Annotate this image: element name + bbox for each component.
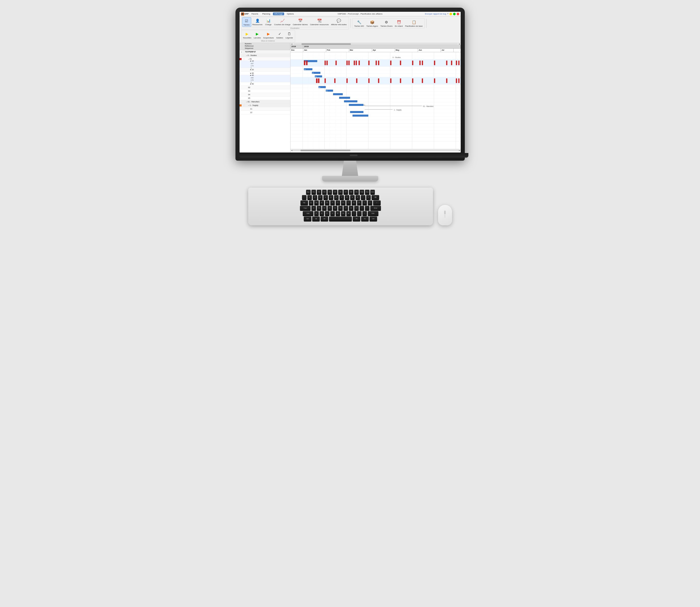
help-icon[interactable]: ? — [447, 13, 448, 15]
key-i[interactable]: I — [346, 201, 351, 205]
courbes-button[interactable]: 📈 Courbes de charge — [273, 17, 292, 27]
expand-20[interactable]: ▸ — [250, 68, 251, 71]
maximize-button[interactable] — [453, 13, 456, 15]
key-q[interactable]: Q — [309, 201, 314, 205]
key-f[interactable]: F — [327, 206, 332, 210]
task-05[interactable]: 05 — [244, 97, 290, 99]
key-u[interactable]: U — [341, 201, 345, 205]
task-04[interactable]: 04 — [244, 93, 290, 96]
close-button[interactable] — [457, 13, 459, 15]
key-v[interactable]: V — [330, 211, 335, 216]
key-t[interactable]: T — [330, 201, 335, 205]
key-k[interactable]: K — [349, 206, 354, 210]
key-f8[interactable]: F8 — [349, 190, 354, 194]
expand-supply[interactable]: – — [248, 104, 249, 106]
key-a[interactable]: A — [312, 206, 316, 210]
expand-50[interactable]: ▸ — [250, 83, 251, 85]
key-y[interactable]: Y — [336, 201, 340, 205]
key-tab[interactable]: Tab — [300, 201, 308, 205]
erp-label[interactable]: ERP — [245, 13, 249, 15]
task-02[interactable]: 02 — [244, 86, 290, 89]
key-f9[interactable]: F9 — [354, 190, 359, 194]
legende-button[interactable]: 🗒 Légende — [285, 30, 294, 40]
key-lwin[interactable]: ⊞ — [312, 216, 320, 221]
gantt-bottom-scrollbar[interactable]: ◀ ▶ — [291, 149, 461, 151]
task-50[interactable]: ▸ 50 — [244, 83, 290, 85]
gantt-top-scrollbar[interactable]: ◀ ▶ — [291, 43, 461, 45]
bug-report-link[interactable]: Envoyer rapport de bug — [425, 13, 446, 15]
key-5[interactable]: 5 — [329, 195, 333, 200]
key-x[interactable]: X — [320, 211, 324, 216]
prev-btn[interactable]: ◀ — [291, 43, 292, 45]
scroll-left-btn[interactable]: ◀ — [291, 149, 292, 151]
key-6[interactable]: 6 — [334, 195, 339, 200]
key-e[interactable]: E — [320, 201, 324, 205]
scrollbar-track[interactable] — [293, 43, 458, 45]
key-lctrl[interactable]: Ctrl — [304, 216, 312, 221]
key-f11[interactable]: F11 — [365, 190, 369, 194]
task-11[interactable]: 11 — [244, 108, 290, 110]
taches-button[interactable]: ☑ Tâches — [242, 17, 251, 27]
key-backtick[interactable]: ` — [302, 195, 306, 200]
key-f4[interactable]: F4 — [327, 190, 332, 194]
key-fn[interactable]: Fn — [361, 216, 369, 221]
options-tab[interactable]: Options — [286, 13, 295, 15]
key-minus[interactable]: - — [361, 195, 365, 200]
key-h[interactable]: H — [338, 206, 343, 210]
key-d[interactable]: D — [322, 206, 327, 210]
soldees-button[interactable]: ✓ Soldées — [275, 30, 284, 40]
key-f1[interactable]: F1 — [312, 190, 316, 194]
charge-button[interactable]: 📊 Charge — [264, 17, 273, 27]
key-quote[interactable]: ' — [365, 206, 369, 210]
key-semicolon[interactable]: ; — [360, 206, 364, 210]
bottom-scrollbar-thumb[interactable] — [300, 150, 351, 151]
suspendues-button[interactable]: ▶ Suspendues — [262, 30, 275, 40]
key-4[interactable]: 4 — [323, 195, 328, 200]
key-m[interactable]: M — [346, 211, 351, 216]
key-f10[interactable]: F10 — [360, 190, 364, 194]
key-ralt[interactable]: Alt — [353, 216, 360, 221]
key-esc[interactable]: Esc — [306, 190, 311, 194]
affichage-tab[interactable]: Affichage — [273, 13, 284, 15]
key-backslash[interactable]: \ — [373, 201, 381, 205]
afficher-bulles-button[interactable]: 💬 Afficher info-bulles — [330, 17, 348, 27]
key-0[interactable]: 0 — [356, 195, 360, 200]
key-j[interactable]: J — [343, 206, 348, 210]
cal-ressources-button[interactable]: 📆 Calendrier ressources — [309, 17, 330, 27]
key-s[interactable]: S — [317, 206, 321, 210]
lancees-button[interactable]: ▶ Lancées — [253, 30, 262, 40]
expand-10[interactable]: ▸ — [250, 60, 251, 62]
scroll-right-btn[interactable]: ▶ — [459, 149, 460, 151]
key-w[interactable]: W — [314, 201, 319, 205]
expand-icon[interactable]: – — [246, 54, 247, 57]
key-rctrl[interactable]: Ctrl — [369, 216, 377, 221]
key-1[interactable]: 1 — [307, 195, 312, 200]
key-3[interactable]: 3 — [318, 195, 323, 200]
key-f2[interactable]: F2 — [317, 190, 321, 194]
favorites-tab[interactable]: Favoris — [250, 13, 259, 15]
minimize-button[interactable] — [449, 13, 452, 15]
key-enter[interactable]: Enter — [370, 206, 381, 210]
key-8[interactable]: 8 — [345, 195, 349, 200]
expand-40[interactable]: ▸ — [250, 74, 251, 77]
key-comma[interactable]: , — [352, 211, 356, 216]
scrollbar-thumb[interactable] — [301, 43, 351, 45]
key-backspace[interactable]: ⌫ — [372, 195, 379, 200]
key-space[interactable] — [329, 216, 352, 221]
key-caps[interactable]: Caps — [300, 206, 311, 210]
bottom-scrollbar-track[interactable] — [292, 150, 459, 151]
key-o[interactable]: O — [352, 201, 356, 205]
nouvelles-button[interactable]: ▶ Nouvelles — [242, 30, 253, 40]
key-lalt[interactable]: Alt — [321, 216, 328, 221]
key-f12[interactable]: F12 — [370, 190, 375, 194]
key-c[interactable]: C — [325, 211, 329, 216]
task-03[interactable]: 03 — [244, 90, 290, 92]
key-2[interactable]: 2 — [313, 195, 317, 200]
task-20[interactable]: ▸ 20 — [244, 68, 290, 71]
key-rbracket[interactable]: ] — [368, 201, 372, 205]
key-slash[interactable]: / — [362, 211, 367, 216]
key-l[interactable]: L — [354, 206, 359, 210]
key-f5[interactable]: F5 — [333, 190, 337, 194]
key-r[interactable]: R — [325, 201, 329, 205]
cal-taches-button[interactable]: 📅 Calendrier tâches — [292, 17, 309, 27]
